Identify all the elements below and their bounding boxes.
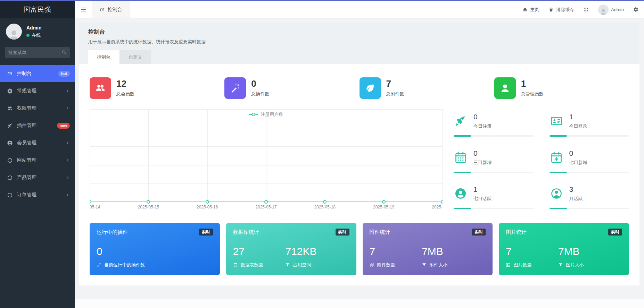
chart-legend[interactable]: 注册用户数	[247, 111, 285, 118]
sidebar-item-label: 会员管理	[17, 140, 36, 146]
stat-value: 7	[386, 79, 404, 88]
fullscreen-button[interactable]	[584, 7, 589, 12]
mini-stat-value: 1	[569, 113, 587, 121]
card-secondary-label: 图片大小	[566, 262, 584, 268]
x-tick: 2025-05-18	[314, 205, 336, 209]
sidebar-item-label: 控制台	[17, 70, 32, 77]
hamburger-menu-button[interactable]	[75, 1, 92, 18]
new-badge: new	[57, 123, 70, 129]
stat-label: 总管理员数	[521, 91, 544, 97]
home-link[interactable]: 主页	[522, 7, 539, 13]
sidebar-item-auth[interactable]: 权限管理	[0, 100, 75, 117]
search-icon[interactable]	[61, 50, 67, 55]
topbar-tab-label: 控制台	[108, 7, 122, 13]
tab-dashboard[interactable]: 控制台	[88, 50, 119, 64]
summary-stats: 12 总会员数 0 总插件数	[90, 66, 629, 108]
chart-plot-area: 注册用户数	[90, 109, 443, 202]
database-icon	[233, 263, 238, 267]
filter-icon	[285, 263, 290, 267]
user-menu[interactable]: Admin	[598, 5, 624, 15]
chevron-left-icon	[66, 89, 70, 93]
chart-x-axis: 2025-05-14 2025-05-15 2025-05-16 2025-05…	[90, 202, 443, 211]
x-tick: 2025-05-14	[90, 205, 100, 209]
realtime-badge: 实时	[608, 229, 622, 236]
card-secondary-value: 712KB	[285, 246, 349, 257]
sidebar-item-orders[interactable]: 订单管理	[0, 186, 75, 204]
card-value-label: 数据表数量	[241, 262, 263, 268]
sidebar-item-label: 权限管理	[17, 105, 36, 111]
stat-value: 0	[251, 79, 269, 88]
x-tick: 2025-05-20	[432, 205, 443, 209]
gauge-icon	[99, 7, 105, 12]
home-icon	[522, 7, 528, 12]
user-circle-icon	[454, 187, 468, 200]
mini-stat-value: 0	[473, 149, 492, 157]
card-image-stats: 图片统计 实时 7 图片数量	[499, 223, 629, 275]
rocket-icon	[6, 123, 13, 129]
circle-icon	[6, 192, 13, 198]
realtime-badge: 实时	[472, 229, 486, 236]
settings-button[interactable]	[633, 7, 638, 12]
sidebar-item-dashboard[interactable]: 控制台 hot	[0, 65, 75, 82]
page-subtitle: 用于展示当前系统中的统计数据、统计报表及重要实时数据	[88, 39, 630, 45]
card-title: 图片统计	[506, 229, 527, 236]
users-icon	[90, 77, 111, 99]
page-title: 控制台	[88, 28, 630, 36]
card-title: 附件统计	[370, 229, 390, 236]
user-icon	[494, 77, 516, 99]
mini-stat-month-active: 3 月活跃	[550, 182, 629, 209]
sidebar-item-members[interactable]: 会员管理	[0, 134, 75, 152]
sidebar-item-addon[interactable]: 插件管理 new	[0, 117, 75, 134]
progress-bar	[550, 172, 629, 173]
main-area: 控制台 主页 清除缓存 Admin	[75, 1, 644, 308]
footer-bar	[75, 299, 644, 308]
users-icon	[6, 105, 13, 111]
progress-bar	[550, 135, 629, 137]
sidebar-item-website[interactable]: 网站管理	[0, 152, 75, 169]
avatar[interactable]	[6, 24, 22, 40]
user-circle-icon	[6, 140, 13, 146]
stat-value: 12	[116, 79, 134, 88]
gauge-icon	[6, 71, 13, 77]
trash-icon	[548, 7, 554, 12]
mini-stat-label: 七日活跃	[473, 196, 492, 202]
mini-stat-seven-day-new: 0 七日新增	[550, 146, 629, 173]
sidebar-menu: 控制台 hot 常规管理 权限管理 插件管理 new 会员管理	[0, 65, 75, 204]
menu-search	[5, 47, 70, 58]
card-value: 27	[233, 246, 286, 257]
registered-users-chart: 注册用户数 2025-05-14 2025-05-15 2025-05-16 2…	[90, 109, 443, 211]
chevron-left-icon	[66, 176, 70, 180]
id-card-icon	[550, 115, 563, 127]
mini-stat-three-day-new: 0 三日新增	[454, 146, 534, 173]
brand-title: 国富民强	[0, 1, 75, 18]
gears-icon	[6, 88, 13, 94]
card-secondary-label: 占用空间	[293, 262, 311, 268]
card-database-stats: 数据库统计 实时 27 数据表数量	[226, 223, 356, 275]
topbar-tab-dashboard[interactable]: 控制台	[92, 1, 130, 18]
user-panel: Admin 在线	[0, 18, 75, 44]
sidebar-item-products[interactable]: 产品管理	[0, 169, 75, 186]
legend-line-icon	[249, 114, 258, 115]
calendar-plus-icon	[550, 151, 563, 164]
clear-cache-button[interactable]: 清除缓存	[548, 7, 574, 13]
stat-label: 总会员数	[116, 91, 134, 97]
page-content: 控制台 用于展示当前系统中的统计数据、统计报表及重要实时数据 控制台 自定义 1…	[75, 18, 644, 299]
search-input[interactable]	[5, 47, 70, 58]
card-value-label: 附件数量	[377, 262, 395, 268]
top-accent-line	[0, 0, 644, 1]
user-name: Admin	[26, 25, 42, 31]
sidebar-item-general[interactable]: 常规管理	[0, 82, 75, 100]
stat-label: 总附件数	[386, 91, 404, 97]
stat-total-members: 12 总会员数	[90, 77, 224, 99]
circle-icon	[6, 157, 13, 163]
tab-custom[interactable]: 自定义	[120, 50, 151, 64]
rocket-icon	[454, 115, 468, 127]
card-secondary-label: 附件大小	[429, 262, 447, 268]
mini-stat-value: 0	[473, 113, 492, 121]
mini-stat-label: 三日新增	[473, 160, 492, 166]
mini-stats-grid: 0 今日注册 1	[454, 109, 629, 211]
avatar	[598, 5, 609, 15]
mini-stat-value: 3	[569, 185, 583, 194]
progress-bar	[454, 135, 534, 137]
magic-wand-icon	[97, 263, 101, 267]
